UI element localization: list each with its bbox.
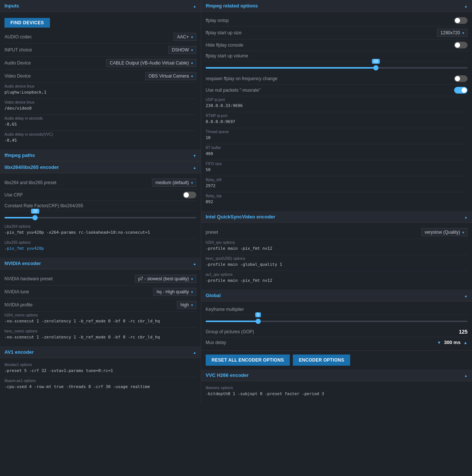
nvidia-tune-dropdown[interactable]: hq - High quality bbox=[153, 288, 196, 296]
libx264-header[interactable]: libx264/libx265 encoder bbox=[0, 161, 201, 173]
ffplay-volume-slider-thumb[interactable] bbox=[373, 65, 378, 70]
hevc-qsv-value: -profile main -global_quality 1 bbox=[206, 261, 468, 268]
input-choice-label: INPUT choice bbox=[4, 47, 32, 53]
ffmpeg-options-header[interactable]: ffmpeg related options bbox=[201, 0, 472, 12]
rt-buffer-value: 400 bbox=[206, 151, 468, 157]
intel-header[interactable]: Intel QuickSyncVideo encoder bbox=[201, 211, 472, 223]
hide-ffplay-label: Hide ffplay console bbox=[206, 42, 243, 48]
hevc-qsv-block: hevc_qsv(h265) options -profile main -gl… bbox=[206, 255, 468, 271]
nvidia-tune-row: NVIDIA tune hq - High quality bbox=[4, 286, 196, 299]
audio-codec-dropdown[interactable]: AAC+ bbox=[174, 33, 196, 41]
ffmpeg-paths-header[interactable]: ffmpeg paths bbox=[0, 149, 201, 161]
intel-preset-dropdown[interactable]: veryslow (Quality) bbox=[421, 228, 468, 236]
nvidia-header[interactable]: NVIDIA encoder bbox=[0, 258, 201, 269]
mux-delay-up-icon[interactable]: ▲ bbox=[463, 340, 468, 345]
vvc-header[interactable]: VVC H266 encoder bbox=[201, 369, 472, 381]
inputs-section: Inputs FIND DEVICES AUDIO codec AAC+ INP… bbox=[0, 0, 201, 149]
gop-row: Group of pictures (GOP) 125 bbox=[206, 327, 468, 337]
nvidia-hw-preset-dropdown[interactable]: p7 - slowest (best quality) bbox=[135, 275, 196, 283]
inputs-chevron bbox=[193, 3, 196, 9]
nvidia-profile-dropdown[interactable]: high bbox=[177, 301, 196, 309]
inputs-title: Inputs bbox=[4, 3, 19, 9]
intel-preset-label: preset bbox=[206, 230, 218, 235]
use-crf-label: Use CRF bbox=[4, 192, 23, 198]
ffplay-top-value: 892 bbox=[206, 199, 468, 205]
nvidia-tune-label: NVIDIA tune bbox=[4, 289, 29, 294]
udp-block: UDP ip:port 230.0.0.33:9696 bbox=[206, 96, 468, 112]
nvidia-chevron bbox=[193, 261, 196, 266]
audio-device-linux-block: Audio device linux plughw:Loopback,1 bbox=[4, 83, 196, 99]
null-packets-knob bbox=[462, 88, 467, 93]
ffplay-ontop-toggle[interactable] bbox=[454, 17, 468, 24]
crf-slider-thumb[interactable] bbox=[32, 215, 38, 220]
rt-buffer-block: RT buffer 400 bbox=[206, 144, 468, 160]
rtmp-block: RTMP ip:port 0.0.0.0:9697 bbox=[206, 112, 468, 128]
hide-ffplay-toggle[interactable] bbox=[454, 42, 468, 48]
crf-slider-track: 20 bbox=[4, 217, 196, 218]
global-header[interactable]: Global bbox=[201, 290, 472, 302]
mux-delay-down-icon[interactable]: ▼ bbox=[437, 340, 441, 345]
use-crf-toggle[interactable] bbox=[183, 192, 196, 198]
fifo-size-label: FIFO size bbox=[206, 162, 468, 166]
audio-device-dropdown[interactable]: CABLE Output (VB-Audio Virtual Cable) bbox=[106, 59, 196, 67]
hide-ffplay-knob bbox=[455, 42, 460, 48]
vvc-section: VVC H266 encoder libwvenc options -bitde… bbox=[201, 369, 472, 403]
video-device-label: Video Device bbox=[4, 73, 31, 79]
inputs-header[interactable]: Inputs bbox=[0, 0, 201, 12]
rt-buffer-label: RT buffer bbox=[206, 146, 468, 150]
h264-nvenc-label: h264_nvenc options bbox=[4, 313, 196, 317]
gop-value: 125 bbox=[459, 329, 468, 335]
global-chevron bbox=[464, 293, 468, 298]
keyframe-bubble: 5 bbox=[255, 312, 261, 317]
av1-header[interactable]: AV1 encoder bbox=[0, 346, 201, 358]
video-device-row: Video Device OBS Virtual Camera bbox=[4, 70, 196, 83]
libx264-chevron bbox=[193, 165, 196, 170]
libx264-section: libx264/libx265 encoder libx264 and libx… bbox=[0, 161, 201, 258]
mux-delay-value: 300 ms bbox=[444, 340, 460, 345]
ffplay-volume-bubble: 69 bbox=[372, 59, 380, 64]
nvidia-profile-label: NVIDIA profile bbox=[4, 302, 32, 308]
libx264-options-block: Libx264 options -pix_fmt yuv420p -x264-p… bbox=[4, 223, 196, 239]
libx264-preset-dropdown[interactable]: medium (default) bbox=[152, 179, 196, 187]
keyframe-label: Keyframe multiplier bbox=[206, 307, 244, 312]
reset-encoder-button[interactable]: RESET ALL ENCODER OPTIONS bbox=[206, 354, 290, 366]
libaom-label: libaom-av1 options bbox=[4, 379, 196, 383]
encoder-options-button[interactable]: ENCODER OPTIONS bbox=[293, 354, 350, 366]
av1-qsv-label: av1_qsv options bbox=[206, 272, 468, 277]
av1-qsv-block: av1_qsv options -profile main -pix_fmt n… bbox=[206, 271, 468, 287]
hevc-qsv-label: hevc_qsv(h265) options bbox=[206, 256, 468, 261]
vvc-title: VVC H266 encoder bbox=[206, 372, 249, 378]
respawn-row: respawn ffplay on frequency change bbox=[206, 73, 468, 85]
ffplay-left-block: ffplay_left 2972 bbox=[206, 176, 468, 192]
ffmpeg-paths-section: ffmpeg paths bbox=[0, 149, 201, 161]
ffplay-startup-size-dropdown[interactable]: 1280x720 bbox=[437, 29, 468, 37]
udp-label: UDP ip:port bbox=[206, 98, 468, 102]
nvidia-profile-row: NVIDIA profile high bbox=[4, 299, 196, 312]
thread-queue-label: Thread queue bbox=[206, 130, 468, 134]
h264-qsv-value: -profile main -pix_fmt nv12 bbox=[206, 245, 468, 252]
ffmpeg-options-section: ffmpeg related options ffplay ontop ffpl… bbox=[201, 0, 472, 211]
input-choice-dropdown[interactable]: DSHOW bbox=[168, 46, 196, 54]
libsvtav1-value: -preset 5 -crf 32 -svtav1-params tune=0:… bbox=[4, 368, 196, 374]
audio-codec-row: AUDIO codec AAC+ bbox=[4, 31, 196, 44]
keyframe-row: Keyframe multiplier bbox=[206, 305, 468, 315]
video-device-linux-value: /dev/video0 bbox=[4, 105, 196, 111]
crf-slider-container: 20 bbox=[4, 211, 196, 220]
respawn-toggle[interactable] bbox=[454, 75, 468, 82]
find-devices-button[interactable]: FIND DEVICES bbox=[4, 18, 50, 28]
crf-bubble: 20 bbox=[31, 209, 39, 214]
audio-delay-vvc-block: Audio delay in seconds(VVC) -0,45 bbox=[4, 131, 196, 146]
nvidia-title: NVIDIA encoder bbox=[4, 261, 41, 266]
respawn-label: respawn ffplay on frequency change bbox=[206, 76, 278, 81]
null-packets-toggle[interactable] bbox=[454, 87, 468, 94]
thread-queue-block: Thread queue 10 bbox=[206, 128, 468, 144]
av1-qsv-value: -profile main -pix_fmt nv12 bbox=[206, 277, 468, 284]
ffmpeg-paths-title: ffmpeg paths bbox=[4, 152, 35, 158]
audio-device-row: Audio Device CABLE Output (VB-Audio Virt… bbox=[4, 57, 196, 70]
video-device-dropdown[interactable]: OBS Virtual Camera bbox=[145, 72, 197, 80]
crf-slider-fill bbox=[4, 217, 35, 218]
keyframe-slider-thumb[interactable] bbox=[256, 319, 261, 324]
global-section: Global Keyframe multiplier 5 bbox=[201, 290, 472, 350]
ffplay-ontop-label: ffplay ontop bbox=[206, 18, 229, 23]
input-choice-row: INPUT choice DSHOW bbox=[4, 44, 196, 57]
